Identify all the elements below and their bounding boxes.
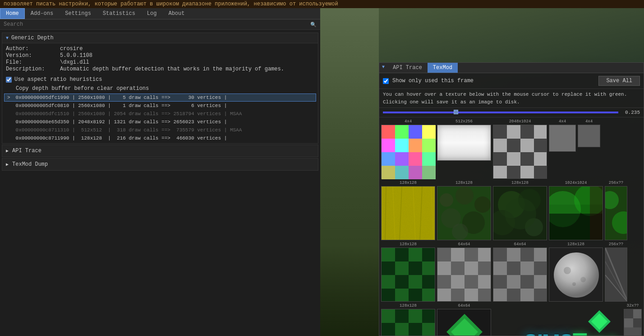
texture-item-green-128-1[interactable]: 128x128: [437, 181, 491, 240]
svg-rect-22: [507, 139, 520, 152]
svg-rect-7: [422, 139, 436, 152]
svg-rect-96: [478, 289, 491, 302]
depth-row-1[interactable]: 0x000000005dfc0810 | 2560x1080 | 1 draw …: [4, 102, 316, 110]
tab-statistics[interactable]: Statistics: [97, 8, 141, 19]
checkbox-aspect-ratio[interactable]: Use aspect ratio heuristics: [2, 75, 318, 84]
texture-item-64x64-gray1[interactable]: 64x64: [437, 242, 491, 302]
left-panel: Home Add-ons Settings Statistics Log Abo…: [0, 8, 320, 336]
texmod-slider[interactable]: [383, 112, 618, 113]
svg-rect-111: [520, 289, 534, 302]
search-input[interactable]: [4, 21, 308, 28]
tex-thumb-1-0: [381, 186, 435, 240]
texture-item-bottom1[interactable]: 128x128: [381, 303, 435, 336]
svg-rect-78: [395, 289, 409, 302]
texture-item-green-128-2[interactable]: 128x128: [493, 181, 547, 240]
svg-rect-82: [451, 248, 465, 261]
show-only-used-checkbox[interactable]: [383, 78, 389, 84]
texture-item-256-partial[interactable]: 256x??: [605, 181, 627, 240]
svg-rect-100: [534, 248, 547, 261]
tab-settings[interactable]: Settings: [59, 8, 97, 19]
svg-rect-0: [382, 125, 395, 139]
svg-rect-91: [465, 275, 478, 289]
save-all-button[interactable]: Save All: [598, 76, 640, 86]
texture-row-1: 128x128: [381, 181, 642, 240]
svg-rect-103: [520, 261, 534, 275]
texture-item-bottom3[interactable]: 32x??: [624, 303, 642, 336]
svg-marker-143: [591, 313, 607, 330]
description-value: Automatic depth buffer detection that wo…: [60, 66, 284, 72]
svg-rect-30: [507, 166, 520, 179]
row1-arrow: [7, 103, 13, 108]
aspect-ratio-checkbox[interactable]: [6, 77, 12, 83]
api-trace-section: ▶ API Trace: [2, 145, 318, 157]
texture-item-64x64-gray2[interactable]: 64x64: [493, 242, 547, 302]
row5-arrow: [7, 135, 13, 141]
texture-grid: 4x4: [379, 117, 644, 336]
depth-row-5[interactable]: 0x00000000c8711990 | 128x128 | 216 draw …: [4, 134, 316, 142]
svg-rect-99: [520, 248, 534, 261]
tex-label-2-4: 256x??: [609, 242, 623, 247]
sims-diamond-icon: [586, 308, 613, 335]
slider-value: 0.235: [622, 110, 640, 115]
texmod-panel-arrow: ▼: [379, 63, 387, 73]
texture-item-4x4-gray1[interactable]: 4x4: [549, 119, 576, 152]
tab-addons[interactable]: Add-ons: [25, 8, 59, 19]
row2-arrow: [7, 111, 13, 117]
svg-rect-85: [437, 261, 451, 275]
svg-rect-28: [534, 152, 547, 166]
svg-rect-70: [395, 261, 409, 275]
svg-rect-112: [534, 289, 547, 302]
texmod-tab-apitrace[interactable]: API Trace: [387, 63, 428, 73]
api-trace-header[interactable]: ▶ API Trace: [2, 145, 318, 157]
texmod-tab-texmod[interactable]: TexMod: [428, 63, 458, 73]
file-label: File:: [6, 59, 60, 65]
svg-rect-92: [478, 275, 491, 289]
texture-item-green-checker-128[interactable]: 128x128: [381, 242, 435, 302]
texture-item-2048x1024[interactable]: 2048x1024: [493, 119, 547, 179]
texture-item-128x128-moon[interactable]: 128x128: [549, 242, 603, 302]
row3-arrow: [7, 119, 13, 125]
generic-depth-section: ▼ Generic Depth Author: crosire Version:…: [2, 33, 318, 144]
depth-row-2[interactable]: 0x000000005dfc1510 | 2560x1080 | 2054 dr…: [4, 110, 316, 118]
tab-about[interactable]: About: [162, 8, 190, 19]
texture-item-1024x1024-green[interactable]: 1024x1024: [549, 181, 603, 240]
svg-point-117: [572, 282, 576, 286]
tab-home[interactable]: Home: [0, 8, 25, 19]
tex-label-1-4: 256x??: [609, 181, 623, 185]
depth-row-0[interactable]: > 0x000000005dfc1990 | 2560x1080 | 5 dra…: [4, 93, 316, 102]
svg-rect-83: [465, 248, 478, 261]
svg-rect-21: [493, 139, 507, 152]
svg-rect-98: [507, 248, 520, 261]
tex-thumb-0-2: [493, 125, 547, 179]
content-area: ▼ Generic Depth Author: crosire Version:…: [0, 30, 320, 336]
svg-rect-68: [422, 248, 435, 261]
svg-rect-67: [409, 248, 422, 261]
svg-rect-27: [520, 152, 534, 166]
tab-log[interactable]: Log: [141, 8, 163, 19]
svg-rect-3: [422, 125, 436, 139]
tex-label-1-2: 128x128: [511, 181, 529, 185]
texmod-arrow: ▶: [6, 162, 9, 167]
texture-item-512x256[interactable]: 512x256: [437, 119, 491, 161]
svg-rect-102: [507, 261, 520, 275]
svg-rect-86: [451, 261, 465, 275]
texture-item-4x4-gray2[interactable]: 4x4: [578, 119, 600, 147]
generic-depth-header[interactable]: ▼ Generic Depth: [2, 33, 318, 43]
tex-label-0-0: 4x4: [405, 119, 412, 124]
texture-item-colorful-4x4[interactable]: 4x4: [381, 119, 435, 179]
svg-rect-90: [451, 275, 465, 289]
texture-item-256-partial2[interactable]: 256x??: [605, 242, 627, 302]
texmod-header[interactable]: ▶ TexMod Dump: [2, 159, 318, 170]
meta-author: Author: crosire: [6, 46, 314, 52]
svg-point-44: [455, 187, 474, 205]
tex-thumb-3-0: [381, 309, 435, 336]
texture-item-yellow-128[interactable]: 128x128: [381, 181, 435, 240]
svg-rect-76: [422, 275, 435, 289]
svg-rect-73: [382, 275, 395, 289]
tex-thumb-3-3: [624, 309, 642, 336]
depth-row-4[interactable]: 0x00000000c8711310 | 512x512 | 318 draw …: [4, 126, 316, 134]
meta-version: Version: 5.0.0.1108: [6, 52, 314, 59]
depth-row-3[interactable]: 0x000000008e65d350 | 2048x8192 | 1321 dr…: [4, 118, 316, 126]
texture-item-bottom2[interactable]: 64x64: [437, 303, 491, 336]
svg-rect-29: [493, 166, 507, 179]
